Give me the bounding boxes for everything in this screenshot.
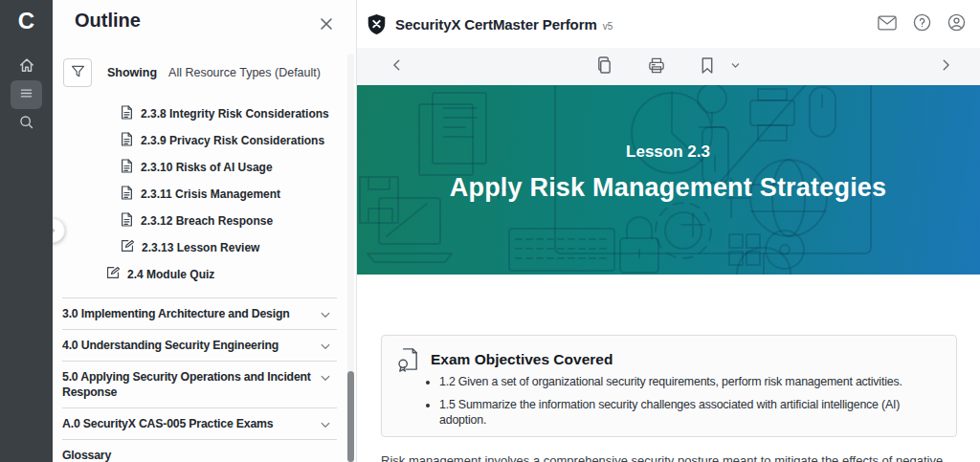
help-icon [913,13,931,34]
bookmark-icon [701,57,714,77]
document-icon [121,132,133,150]
outline-section-list: 3.0 Implementing Architecture and Design… [62,297,337,462]
pencil-square-icon [106,266,120,283]
document-icon [121,159,133,177]
filter-funnel-icon [70,63,86,82]
exam-objectives-title: Exam Objectives Covered [431,351,612,368]
outline-menu-button[interactable] [11,80,42,109]
app-window: C Outline Showing All Resource Types (De… [0,0,980,462]
brand: SecurityX CertMaster Perform v5 [367,0,612,48]
next-page-button[interactable] [931,48,960,85]
lesson-intro-paragraph: Risk management involves a comprehensive… [381,452,959,462]
previous-page-button[interactable] [383,48,412,85]
exam-objective-item: 1.5 Summarize the information security c… [439,397,947,428]
app-logo[interactable]: C [0,8,53,34]
pencil-square-icon [121,239,134,256]
document-icon [121,186,133,204]
exam-objectives-list: 1.2 Given a set of organizational securi… [382,374,956,435]
search-icon [18,114,34,133]
bookmark-menu-button[interactable] [721,48,749,85]
outline-item[interactable]: 2.3.10 Risks of AI Usage [53,154,346,181]
home-icon-button[interactable] [11,52,42,80]
copy-pages-icon [596,56,612,77]
outline-item[interactable]: 2.3.8 Integrity Risk Considerations [53,100,346,127]
account-button[interactable] [946,13,967,34]
outline-list-icon [18,85,34,104]
outline-item[interactable]: 2.3.11 Crisis Management [53,181,346,208]
chevron-down-icon [320,339,331,356]
chevron-down-icon [730,59,741,74]
print-button[interactable] [642,48,671,85]
lesson-number-label: Lesson 2.3 [356,143,980,162]
exam-objective-item: 1.2 Given a set of organizational securi… [439,374,947,389]
back-chevron-icon [390,58,404,75]
filter-row: Showing All Resource Types (Default) [63,57,321,88]
bookmark-button[interactable] [693,48,722,85]
lesson-toolbar [356,48,980,85]
product-title: SecurityX CertMaster Perform [395,16,597,33]
outline-section-row[interactable]: A.0 SecurityX CAS-005 Practice Exams [62,408,337,440]
outline-section-row[interactable]: Glossary [62,440,337,462]
header-actions [877,0,967,48]
certificate-document-icon [395,346,421,372]
filter-showing-label: Showing [107,66,157,79]
exam-objectives-box: Exam Objectives Covered 1.2 Given a set … [381,335,957,437]
shield-x-logo-icon [367,13,387,35]
outline-section-row[interactable]: 5.0 Applying Security Operations and Inc… [62,362,337,408]
document-icon [121,212,133,231]
outline-item[interactable]: 2.3.9 Privacy Risk Considerations [53,127,346,154]
search-icon-button[interactable] [11,109,42,138]
mail-icon [878,15,897,33]
chevron-down-icon [320,370,331,387]
help-button[interactable] [911,13,932,34]
app-rail: C [0,0,53,462]
filter-value[interactable]: All Resource Types (Default) [168,66,321,79]
exam-objectives-header: Exam Objectives Covered [395,346,612,372]
close-icon [319,16,334,34]
product-version: v5 [603,21,613,32]
outline-section-row[interactable]: 4.0 Understanding Security Engineering [62,330,337,362]
home-icon [18,56,35,77]
chevron-down-icon [320,417,331,434]
outline-section-row[interactable]: 3.0 Implementing Architecture and Design [62,297,337,330]
mail-button[interactable] [877,13,898,34]
account-icon [947,13,966,34]
outline-item-list: 2.3.8 Integrity Risk Considerations 2.3.… [53,100,346,288]
close-outline-button[interactable] [317,15,336,34]
chevron-down-icon [320,307,331,324]
copy-button[interactable] [590,48,618,85]
print-icon [648,57,665,77]
app-header: SecurityX CertMaster Perform v5 [356,0,980,49]
lesson-banner: Lesson 2.3 Apply Risk Management Strateg… [356,85,980,275]
document-icon [121,105,133,123]
lesson-title: Apply Risk Management Strategies [356,173,980,203]
outline-item[interactable]: 2.4 Module Quiz [53,261,346,288]
outline-panel: Outline Showing All Resource Types (Defa… [53,0,357,462]
outline-scrollbar-thumb[interactable] [347,371,354,462]
forward-chevron-icon [939,58,952,75]
outline-item[interactable]: 2.3.13 Lesson Review [53,234,346,261]
main-content: SecurityX CertMaster Perform v5 [356,0,980,462]
outline-title: Outline [75,10,141,32]
filter-button[interactable] [63,58,92,87]
outline-item[interactable]: 2.3.12 Breach Response [53,208,346,234]
